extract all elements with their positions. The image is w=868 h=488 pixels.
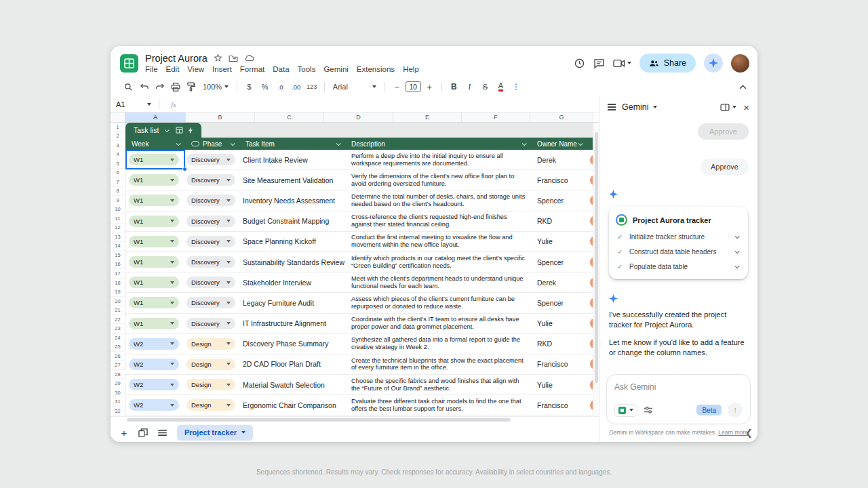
star-icon[interactable] bbox=[214, 54, 222, 62]
owner-cell[interactable]: Yulie bbox=[531, 314, 599, 333]
column-header-F[interactable]: F bbox=[462, 113, 530, 122]
menu-insert[interactable]: Insert bbox=[209, 64, 235, 74]
week-pill[interactable]: W1 bbox=[129, 277, 179, 288]
row-header-4[interactable]: 4 bbox=[111, 150, 125, 160]
task-cell[interactable]: Budget Constraint Mapping bbox=[239, 211, 345, 231]
all-sheets-icon[interactable] bbox=[135, 424, 151, 441]
toolbar-more-icon[interactable]: ⋮ bbox=[509, 80, 524, 94]
task-cell[interactable]: IT Infrastructure Alignment bbox=[239, 314, 345, 333]
meet-icon[interactable] bbox=[613, 59, 631, 68]
increase-decimal-icon[interactable]: .00 bbox=[289, 80, 303, 94]
row-header-11[interactable]: 11 bbox=[111, 214, 125, 224]
owner-cell[interactable]: Spencer bbox=[531, 252, 599, 272]
task-cell[interactable]: Discovery Phase Summary bbox=[239, 334, 345, 354]
week-cell[interactable]: W1 bbox=[125, 252, 185, 272]
week-cell[interactable]: W1 bbox=[125, 314, 185, 333]
panel-collapse-icon[interactable]: ❮ bbox=[745, 428, 753, 438]
column-header-A[interactable]: A bbox=[125, 113, 186, 122]
italic-icon[interactable]: I bbox=[462, 80, 477, 94]
phase-pill[interactable]: Discovery bbox=[186, 318, 235, 329]
week-pill[interactable]: W1 bbox=[129, 256, 179, 268]
menu-help[interactable]: Help bbox=[399, 64, 422, 74]
open-as-window-icon[interactable] bbox=[720, 104, 736, 111]
phase-cell[interactable]: Discovery bbox=[185, 211, 239, 231]
phase-cell[interactable]: Discovery bbox=[185, 314, 239, 333]
print-icon[interactable] bbox=[168, 80, 182, 94]
phase-pill[interactable]: Discovery bbox=[186, 277, 235, 288]
description-cell[interactable]: Identify which products in our catalog m… bbox=[345, 252, 531, 272]
phase-pill[interactable]: Design bbox=[186, 338, 235, 350]
task-cell[interactable]: Stakeholder Interview bbox=[239, 272, 345, 292]
week-pill[interactable]: W1 bbox=[129, 318, 179, 329]
owner-cell[interactable]: Derek bbox=[531, 150, 599, 169]
week-pill[interactable]: W2 bbox=[129, 379, 179, 390]
owner-cell[interactable]: Yulie bbox=[531, 232, 599, 251]
filter-chevron-icon[interactable] bbox=[231, 141, 235, 146]
week-pill[interactable]: W2 bbox=[129, 338, 179, 350]
phase-cell[interactable]: Discovery bbox=[185, 190, 239, 210]
task-cell[interactable]: Client Intake Review bbox=[239, 150, 345, 169]
sheet-list-icon[interactable] bbox=[154, 424, 170, 441]
column-header-B[interactable]: B bbox=[186, 113, 255, 122]
row-header-17[interactable]: 17 bbox=[111, 269, 125, 279]
phase-pill[interactable]: Discovery bbox=[186, 174, 235, 186]
task-cell[interactable]: Inventory Needs Assessment bbox=[239, 190, 345, 210]
row-header-19[interactable]: 19 bbox=[111, 287, 125, 297]
gemini-input-card[interactable]: Ask Gemini Beta ↑ bbox=[606, 374, 751, 424]
description-cell[interactable]: Verify the dimensions of the client's ne… bbox=[345, 170, 531, 190]
row-header-22[interactable]: 22 bbox=[111, 315, 125, 325]
tracker-step[interactable]: ✓Construct data table headers bbox=[616, 248, 741, 256]
phase-pill[interactable]: Discovery bbox=[186, 297, 235, 308]
row-header-3[interactable]: 3 bbox=[111, 141, 125, 150]
row-header-14[interactable]: 14 bbox=[111, 242, 125, 251]
owner-cell[interactable]: Derek bbox=[531, 272, 599, 292]
menu-view[interactable]: View bbox=[184, 64, 208, 74]
week-cell[interactable]: W2 bbox=[125, 395, 185, 415]
decrease-decimal-icon[interactable]: .0 bbox=[273, 80, 288, 94]
row-header-29[interactable]: 29 bbox=[111, 379, 125, 388]
send-icon[interactable]: ↑ bbox=[728, 403, 743, 418]
phase-cell[interactable]: Discovery bbox=[185, 232, 239, 251]
phase-cell[interactable]: Design bbox=[185, 334, 239, 354]
description-cell[interactable]: Meet with the client's department heads … bbox=[345, 272, 531, 292]
description-cell[interactable]: Coordinate with the client's IT team to … bbox=[345, 314, 531, 333]
owner-cell[interactable]: Francisco bbox=[531, 170, 599, 190]
row-header-21[interactable]: 21 bbox=[111, 306, 125, 315]
row-header-27[interactable]: 27 bbox=[111, 361, 125, 370]
menu-gemini[interactable]: Gemini bbox=[320, 64, 351, 74]
strikethrough-icon[interactable]: S bbox=[478, 80, 492, 94]
row-header-26[interactable]: 26 bbox=[111, 352, 125, 361]
description-cell[interactable]: Create the technical blueprints that sho… bbox=[345, 354, 531, 374]
paint-format-icon[interactable] bbox=[184, 80, 198, 94]
task-cell[interactable]: Sustainability Standards Review bbox=[239, 252, 345, 272]
increase-font-icon[interactable]: + bbox=[422, 80, 437, 94]
menu-data[interactable]: Data bbox=[269, 64, 292, 74]
zoom-select[interactable]: 100% bbox=[199, 83, 232, 91]
owner-cell[interactable]: Spencer bbox=[531, 293, 599, 312]
description-cell[interactable]: Cross-reference the client's requested h… bbox=[345, 211, 531, 231]
sheet-tab-project-tracker[interactable]: Project tracker bbox=[177, 425, 253, 441]
row-header-20[interactable]: 20 bbox=[111, 297, 125, 306]
sheets-logo-icon[interactable] bbox=[120, 54, 138, 73]
table-column-description[interactable]: Description bbox=[345, 138, 531, 150]
owner-cell[interactable]: RKD bbox=[531, 211, 599, 231]
row-header-2[interactable]: 2 bbox=[111, 132, 125, 142]
comment-icon[interactable] bbox=[593, 58, 605, 69]
phase-cell[interactable]: Discovery bbox=[185, 150, 239, 169]
filter-chevron-icon[interactable] bbox=[522, 141, 527, 146]
account-avatar[interactable] bbox=[731, 54, 749, 73]
column-header-C[interactable]: C bbox=[255, 113, 324, 122]
tracker-card[interactable]: Project Aurora tracker ✓Initialize track… bbox=[609, 207, 748, 279]
add-sheet-icon[interactable]: + bbox=[116, 424, 132, 441]
phase-cell[interactable]: Discovery bbox=[185, 293, 239, 312]
row-header-15[interactable]: 15 bbox=[111, 251, 125, 260]
select-all-corner[interactable] bbox=[111, 113, 125, 122]
approve-user-chip[interactable]: Approve bbox=[701, 159, 749, 175]
description-cell[interactable]: Evaluate three different task chair mode… bbox=[345, 395, 531, 415]
gemini-spark-button[interactable] bbox=[704, 54, 723, 73]
panel-menu-icon[interactable] bbox=[608, 104, 616, 110]
number-format-icon[interactable]: 123 bbox=[304, 80, 319, 94]
redo-icon[interactable] bbox=[153, 80, 167, 94]
row-header-18[interactable]: 18 bbox=[111, 279, 125, 288]
menu-file[interactable]: File bbox=[142, 64, 161, 74]
